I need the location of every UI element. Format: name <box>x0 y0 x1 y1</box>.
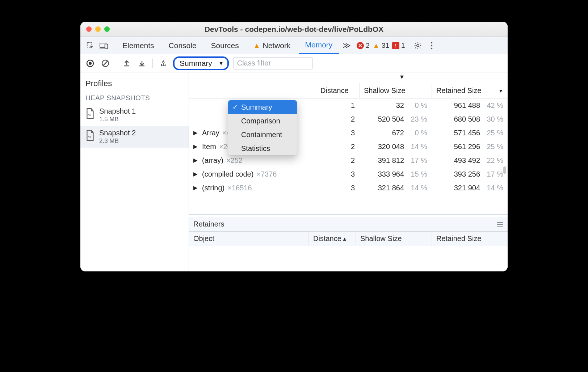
cell-retained: 393 25617 % <box>432 167 508 181</box>
col-distance[interactable]: Distance ▲ <box>308 232 356 246</box>
cell-constructor: ▶(string) ×16516 <box>189 181 316 195</box>
svg-point-5 <box>430 45 432 46</box>
retainers-body <box>189 246 508 271</box>
col-label: Distance <box>320 86 349 95</box>
dropdown-item-comparison[interactable]: Comparison <box>228 114 297 128</box>
col-label: Object <box>193 234 214 243</box>
filter-dropdown-icon[interactable]: ▼ <box>399 74 405 80</box>
pane-splitter[interactable] <box>189 214 508 217</box>
col-shallow[interactable]: Shallow Size <box>359 83 432 98</box>
svg-point-3 <box>416 44 419 46</box>
sort-desc-icon: ▼ <box>498 88 503 94</box>
perspective-select[interactable]: Summary ▼ <box>173 56 229 70</box>
device-toolbar-icon[interactable] <box>98 39 110 52</box>
tab-sources[interactable]: Sources <box>205 37 245 54</box>
dropdown-item-summary[interactable]: Summary <box>228 100 297 114</box>
constructor-name: Item <box>202 143 216 151</box>
dropdown-item-label: Containment <box>241 131 282 139</box>
cell-retained: 961 48842 % <box>432 98 508 112</box>
table-row[interactable]: ▶(compiled code) ×73763333 96415 %393 25… <box>189 167 508 181</box>
profiles-sidebar: Profiles HEAP SNAPSHOTS % Snapshot 1 1.5… <box>80 72 189 271</box>
svg-point-8 <box>89 62 92 65</box>
error-counter[interactable]: ✕ 2 <box>357 42 370 50</box>
instance-count: ×7376 <box>256 170 277 178</box>
sidebar-title: Profiles <box>80 72 189 91</box>
perspective-select-label: Summary <box>180 59 212 68</box>
expand-icon[interactable]: ▶ <box>193 143 198 150</box>
clear-icon[interactable] <box>100 58 111 69</box>
warning-icon: ▲ <box>373 42 380 49</box>
instance-count: ×252 <box>226 156 243 165</box>
retainers-menu-icon[interactable] <box>497 222 503 227</box>
constructor-name: (array) <box>202 156 223 165</box>
col-label: Shallow Size <box>360 234 402 243</box>
tab-console[interactable]: Console <box>162 37 203 54</box>
tab-network[interactable]: ▲ Network <box>247 37 297 54</box>
col-label: Shallow Size <box>364 86 406 95</box>
tab-memory[interactable]: Memory <box>299 37 339 54</box>
settings-icon[interactable] <box>412 39 424 52</box>
issues-counter[interactable]: ! 1 <box>392 42 405 50</box>
cell-retained: 680 50830 % <box>432 112 508 126</box>
table-spacer <box>189 72 508 83</box>
dropdown-item-statistics[interactable]: Statistics <box>228 141 297 155</box>
tab-label: Memory <box>305 41 333 49</box>
titlebar: DevTools - codepen.io/web-dot-dev/live/P… <box>80 22 508 37</box>
sort-asc-icon: ▲ <box>342 236 347 242</box>
error-count: 2 <box>366 42 370 50</box>
upload-icon[interactable] <box>121 58 132 69</box>
expand-icon[interactable]: ▶ <box>193 157 198 164</box>
cell-distance: 2 <box>316 112 359 126</box>
expand-icon[interactable]: ▶ <box>193 185 198 191</box>
retainers-header: Object Distance ▲ Shallow Size Retained … <box>189 232 508 246</box>
svg-rect-2 <box>105 44 108 48</box>
file-icon: % <box>85 130 95 141</box>
col-constructor[interactable] <box>189 83 316 98</box>
instance-count: ×16516 <box>227 184 252 192</box>
col-shallow[interactable]: Shallow Size <box>356 232 432 246</box>
cell-distance: 3 <box>316 167 359 181</box>
cell-shallow: 320 % <box>359 98 432 112</box>
col-retained[interactable]: Retained Size ▼ <box>432 83 508 98</box>
table-row[interactable]: ▶(string) ×165163321 86414 %321 90414 % <box>189 181 508 195</box>
cell-distance: 3 <box>316 126 359 140</box>
kebab-menu-icon[interactable] <box>425 39 438 52</box>
snapshot-name: Snapshot 2 <box>99 129 136 137</box>
download-icon[interactable] <box>136 58 147 69</box>
perspective-dropdown: Summary Comparison Containment Statistic… <box>228 100 297 156</box>
separator <box>152 59 153 68</box>
dropdown-item-containment[interactable]: Containment <box>228 128 297 141</box>
col-object[interactable]: Object <box>189 232 308 246</box>
expand-icon[interactable]: ▶ <box>193 171 198 177</box>
svg-line-10 <box>103 61 108 65</box>
window-title: DevTools - codepen.io/web-dot-dev/live/P… <box>80 25 508 34</box>
snapshot-size: 1.5 MB <box>99 116 136 123</box>
constructor-name: (string) <box>202 184 224 192</box>
class-filter-input[interactable] <box>233 57 313 69</box>
file-icon: % <box>85 108 95 119</box>
chevron-down-icon: ▼ <box>219 60 224 66</box>
warning-counter[interactable]: ▲ 31 <box>373 42 389 50</box>
expand-icon[interactable]: ▶ <box>193 130 198 136</box>
snapshot-item[interactable]: % Snapshot 2 2.3 MB <box>80 126 189 148</box>
svg-text:%: % <box>88 113 92 117</box>
col-label: Distance <box>313 234 341 243</box>
snapshot-name: Snapshot 1 <box>99 107 136 115</box>
col-distance[interactable]: Distance <box>316 83 359 98</box>
record-icon[interactable] <box>85 58 96 69</box>
constructor-name: (compiled code) <box>202 170 253 178</box>
retainers-titlebar: Retainers <box>189 217 508 232</box>
cell-retained: 321 90414 % <box>432 181 508 195</box>
tab-elements[interactable]: Elements <box>116 37 161 54</box>
snapshot-item[interactable]: % Snapshot 1 1.5 MB <box>80 104 189 126</box>
issue-count: 1 <box>401 42 405 50</box>
more-tabs-button[interactable]: ≫ <box>340 41 353 50</box>
col-retained[interactable]: Retained Size <box>432 232 508 246</box>
dropdown-item-label: Summary <box>241 103 272 111</box>
scrollbar-thumb[interactable] <box>503 166 506 174</box>
devtools-window: DevTools - codepen.io/web-dot-dev/live/P… <box>80 22 508 271</box>
garbage-collect-icon[interactable] <box>158 58 169 69</box>
inspect-element-icon[interactable] <box>84 39 96 52</box>
memory-toolbar: Summary ▼ <box>80 54 508 72</box>
cell-retained: 493 49222 % <box>432 153 508 167</box>
